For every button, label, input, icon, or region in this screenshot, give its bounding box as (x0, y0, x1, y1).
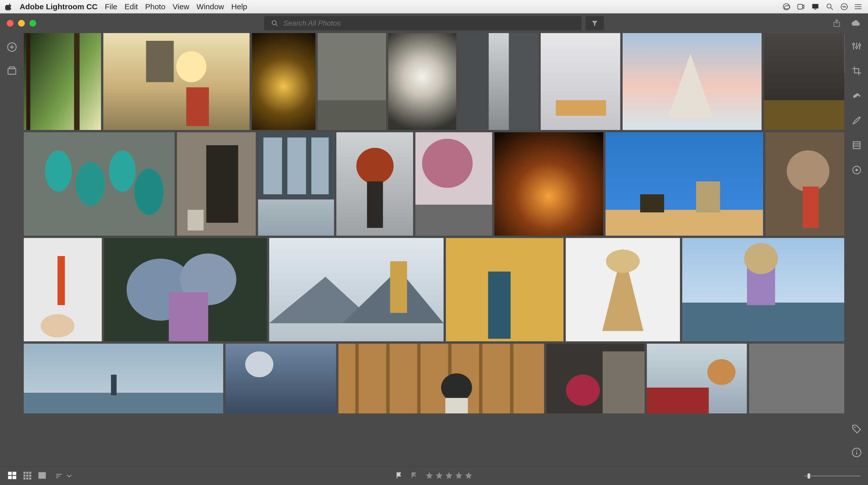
svg-rect-45 (415, 205, 492, 236)
svg-rect-70 (386, 344, 390, 414)
photo-thumbnail[interactable] (24, 344, 223, 414)
photo-thumbnail[interactable] (177, 132, 256, 236)
photo-thumbnail[interactable] (749, 344, 844, 414)
svg-rect-19 (8, 69, 16, 74)
photo-thumbnail[interactable] (336, 132, 413, 236)
menu-photo[interactable]: Photo (145, 2, 165, 11)
linear-gradient-button[interactable] (851, 140, 862, 151)
photo-thumbnail[interactable] (766, 132, 844, 236)
spotlight-icon[interactable] (826, 3, 834, 11)
photo-thumbnail[interactable] (24, 33, 101, 130)
photo-thumbnail[interactable] (446, 238, 563, 341)
menu-window[interactable]: Window (196, 2, 224, 11)
star-icon[interactable] (445, 471, 453, 481)
photo-thumbnail[interactable] (225, 344, 336, 414)
search-bar[interactable] (264, 16, 582, 30)
svg-rect-65 (24, 393, 223, 414)
search-input[interactable] (283, 19, 575, 27)
keywords-button[interactable] (851, 424, 862, 435)
crop-button[interactable] (851, 66, 862, 77)
menu-edit[interactable]: Edit (125, 2, 138, 11)
svg-rect-40 (287, 138, 306, 194)
photo-thumbnail[interactable] (647, 344, 747, 414)
svg-point-35 (134, 169, 163, 215)
photo-thumbnail[interactable] (388, 33, 456, 130)
photo-thumbnail[interactable] (623, 33, 762, 130)
window-minimize-button[interactable] (18, 20, 25, 27)
info-button[interactable] (851, 447, 862, 459)
creative-cloud-icon[interactable] (782, 3, 790, 11)
thumbnail-size-slider[interactable] (804, 476, 861, 477)
svg-rect-23 (146, 41, 174, 82)
photo-thumbnail[interactable] (566, 238, 680, 341)
square-grid-view-button[interactable] (22, 471, 32, 481)
photo-thumbnail[interactable] (547, 344, 645, 414)
photo-thumbnail[interactable] (338, 344, 544, 414)
brush-button[interactable] (851, 115, 862, 127)
detail-view-button[interactable] (37, 471, 47, 481)
flag-reject-button[interactable] (410, 471, 418, 481)
svg-rect-110 (29, 477, 31, 479)
flag-pick-button[interactable] (395, 471, 404, 481)
svg-line-14 (276, 24, 277, 26)
app-name[interactable]: Adobe Lightroom CC (20, 2, 98, 11)
photo-thumbnail[interactable] (764, 33, 844, 130)
rating-stars[interactable] (425, 471, 473, 481)
star-icon[interactable] (425, 471, 433, 481)
photo-thumbnail[interactable] (24, 238, 102, 341)
svg-point-78 (566, 375, 600, 406)
svg-point-49 (786, 150, 829, 192)
apple-logo-icon[interactable] (5, 3, 12, 10)
window-maximize-button[interactable] (29, 20, 36, 27)
photo-grid[interactable] (24, 33, 845, 466)
display-icon[interactable] (811, 3, 819, 11)
notification-center-icon[interactable] (855, 3, 863, 11)
svg-point-24 (176, 51, 207, 82)
siri-icon[interactable] (840, 3, 848, 11)
photo-thumbnail[interactable] (459, 33, 538, 130)
photo-thumbnail[interactable] (494, 132, 603, 236)
photo-thumbnail[interactable] (318, 33, 386, 130)
svg-rect-73 (479, 344, 483, 414)
photo-thumbnail[interactable] (103, 33, 250, 130)
star-icon[interactable] (435, 471, 443, 481)
sort-button[interactable] (55, 472, 73, 480)
radial-gradient-button[interactable] (851, 165, 862, 176)
svg-rect-106 (26, 475, 28, 477)
photo-thumbnail[interactable] (682, 238, 844, 341)
photo-thumbnail[interactable] (415, 132, 492, 236)
svg-rect-55 (169, 292, 208, 341)
share-button[interactable] (832, 19, 841, 28)
menu-help[interactable]: Help (231, 2, 247, 11)
svg-rect-47 (696, 181, 720, 212)
svg-rect-66 (111, 375, 117, 395)
star-icon[interactable] (464, 471, 473, 481)
footer-bar (0, 466, 868, 485)
filter-button[interactable] (585, 16, 604, 30)
svg-rect-27 (459, 33, 489, 130)
svg-point-34 (109, 150, 135, 192)
svg-rect-115 (397, 472, 397, 479)
add-photos-button[interactable] (7, 42, 17, 53)
screen-record-icon[interactable] (797, 3, 805, 11)
my-photos-button[interactable] (7, 66, 17, 77)
photo-thumbnail[interactable] (252, 33, 315, 130)
svg-rect-20 (9, 67, 14, 69)
chevron-down-icon (65, 472, 73, 480)
photo-thumbnail[interactable] (541, 33, 620, 130)
photo-thumbnail[interactable] (269, 238, 443, 341)
healing-brush-button[interactable] (851, 90, 862, 102)
photo-thumbnail[interactable] (258, 132, 334, 236)
svg-rect-50 (803, 187, 819, 228)
svg-rect-89 (853, 142, 860, 149)
photo-thumbnail[interactable] (104, 238, 267, 341)
window-close-button[interactable] (7, 20, 13, 27)
edit-panel-button[interactable] (851, 41, 862, 52)
menu-file[interactable]: File (105, 2, 117, 11)
photo-grid-view-button[interactable] (7, 471, 17, 481)
star-icon[interactable] (455, 471, 463, 481)
menu-view[interactable]: View (173, 2, 189, 11)
photo-thumbnail[interactable] (24, 132, 175, 236)
photo-thumbnail[interactable] (606, 132, 763, 236)
cloud-sync-button[interactable] (851, 19, 860, 28)
